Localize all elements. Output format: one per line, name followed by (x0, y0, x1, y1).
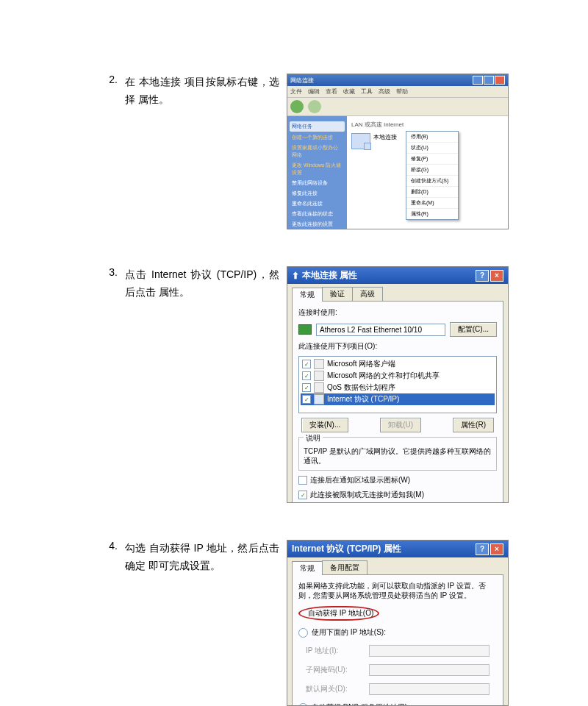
adapter-icon (298, 324, 312, 335)
description-group: 说明 TCP/IP 是默认的广域网协议。它提供跨越多种互联网络的通讯。 (298, 437, 497, 471)
adapter-row: Atheros L2 Fast Ethernet 10/10 配置(C)... (298, 322, 497, 337)
radio-checked-icon[interactable] (298, 703, 308, 707)
ctx-delete[interactable]: 删除(D) (406, 187, 458, 198)
menu-tools[interactable]: 工具 (361, 88, 373, 96)
close-button[interactable] (495, 76, 505, 85)
help-button[interactable]: ? (476, 543, 489, 555)
component-icon (314, 382, 324, 393)
ctx-bridge[interactable]: 桥接(G) (406, 165, 458, 176)
screenshot-lan-properties: ⬆ 本地连接 属性 ? × 常规 验证 高级 连接时使用: Atheros L2… (287, 266, 509, 503)
ctx-repair[interactable]: 修复(P) (406, 154, 458, 165)
sidebar-item[interactable]: 设置家庭或小型办公网络 (290, 143, 345, 160)
checkbox-unchecked-icon[interactable] (298, 476, 307, 485)
minimize-button[interactable] (473, 76, 483, 85)
step-text: 勾选 自动获得 IP 地址，然后点击 确定 即可完成设置。 (125, 540, 287, 575)
component-buttons: 安装(N)... 卸载(U) 属性(R) (298, 418, 497, 432)
configure-button[interactable]: 配置(C)... (450, 322, 497, 337)
tab-advanced[interactable]: 高级 (352, 287, 383, 301)
checkbox-label: 此连接被限制或无连接时通知我(M) (310, 490, 424, 500)
menu-view[interactable]: 查看 (326, 88, 337, 96)
tab-panel: 如果网络支持此功能，则可以获取自动指派的 IP 设置。否则，您需要从网络系统管理… (292, 574, 503, 706)
network-adapter-icon (351, 133, 370, 149)
checkbox-checked-icon[interactable]: ✓ (298, 491, 307, 499)
gateway-field (369, 683, 490, 695)
list-item-tcpip[interactable]: ✓ Internet 协议 (TCP/IP) (301, 393, 495, 405)
menu-adv[interactable]: 高级 (379, 88, 390, 96)
forward-button-icon[interactable] (308, 100, 321, 113)
sidebar-item[interactable]: 查看此连接的状态 (290, 210, 345, 218)
maximize-button[interactable] (484, 76, 494, 85)
sidebar-item[interactable]: 修复此连接 (290, 189, 345, 198)
item-label: QoS 数据包计划程序 (327, 382, 395, 393)
checkbox-checked-icon[interactable]: ✓ (302, 383, 311, 392)
menu-edit[interactable]: 编辑 (308, 88, 320, 96)
item-label: Internet 协议 (TCP/IP) (327, 394, 399, 404)
back-button-icon[interactable] (290, 100, 304, 113)
radio-label: 使用下面的 IP 地址(S): (312, 627, 386, 638)
field-label: 子网掩码(U): (306, 665, 365, 675)
tab-alt[interactable]: 备用配置 (322, 560, 368, 574)
uses-items-label: 此连接使用下列项目(O): (298, 341, 497, 352)
item-label: Microsoft 网络客户端 (327, 359, 395, 369)
highlight-circle-icon: 自动获得 IP 地址(O) (298, 606, 379, 621)
properties-button[interactable]: 属性(R) (453, 418, 494, 432)
subnet-row: 子网掩码(U): (298, 663, 497, 677)
step-number: 2. (96, 74, 125, 85)
install-button[interactable]: 安装(N)... (301, 418, 348, 432)
list-item[interactable]: ✓ Microsoft 网络的文件和打印机共享 (301, 370, 495, 382)
checkbox-label: 连接后在通知区域显示图标(W) (310, 475, 410, 485)
connect-using-label: 连接时使用: (298, 307, 497, 318)
dialog-titlebar: ⬆ 本地连接 属性 ? × (287, 267, 508, 284)
window-body: 网络任务 创建一个新的连接 设置家庭或小型办公网络 更改 Windows 防火墙… (287, 116, 508, 229)
ip-address-row: IP 地址(I): (298, 644, 497, 657)
section-label: LAN 或高速 Internet (351, 121, 503, 129)
description-text: TCP/IP 是默认的广域网协议。它提供跨越多种互联网络的通讯。 (304, 446, 492, 466)
notify-limited-checkbox[interactable]: ✓ 此连接被限制或无连接时通知我(M) (298, 490, 497, 500)
component-list[interactable]: ✓ Microsoft 网络客户端 ✓ Microsoft 网络的文件和打印机共… (298, 356, 497, 413)
menu-help[interactable]: 帮助 (396, 88, 408, 96)
arrow-up-icon: ⬆ (292, 271, 299, 281)
step-text: 点击 Internet 协议 (TCP/IP)，然后点击 属性。 (125, 266, 287, 302)
notify-icon-checkbox[interactable]: 连接后在通知区域显示图标(W) (298, 475, 497, 485)
uninstall-button: 卸载(U) (380, 418, 421, 432)
mask-field (369, 664, 490, 676)
radio-label: 自动获得 IP 地址(O) (308, 608, 373, 618)
window-buttons (473, 76, 505, 85)
help-button[interactable]: ? (476, 270, 489, 282)
sidebar-item[interactable]: 更改此连接的设置 (290, 220, 345, 229)
close-button[interactable]: × (490, 543, 503, 555)
ctx-rename[interactable]: 重命名(M) (406, 198, 458, 209)
step-text: 在 本地连接 项目按鼠标右键，选择 属性。 (125, 74, 287, 109)
menu-fav[interactable]: 收藏 (343, 88, 355, 96)
auto-ip-radio-row[interactable]: 自动获得 IP 地址(O) (298, 606, 497, 621)
screenshot-tcpip-properties: Internet 协议 (TCP/IP) 属性 ? × 常规 备用配置 如果网络… (287, 540, 509, 706)
ctx-status[interactable]: 状态(U) (406, 143, 458, 154)
menu-file[interactable]: 文件 (290, 88, 302, 96)
tab-auth[interactable]: 验证 (322, 287, 353, 301)
tab-general[interactable]: 常规 (292, 561, 323, 575)
field-label: 默认网关(D): (306, 684, 365, 694)
step-3: 3. 点击 Internet 协议 (TCP/IP)，然后点击 属性。 ⬆ 本地… (96, 266, 544, 503)
ip-field (369, 645, 490, 657)
checkbox-checked-icon[interactable]: ✓ (302, 395, 311, 404)
sidebar-item[interactable]: 重命名此连接 (290, 199, 345, 208)
sidebar-item[interactable]: 更改 Windows 防火墙设置 (290, 161, 345, 177)
checkbox-checked-icon[interactable]: ✓ (302, 371, 311, 380)
ctx-shortcut[interactable]: 创建快捷方式(S) (406, 176, 458, 187)
tab-general[interactable]: 常规 (292, 288, 323, 302)
radio-label: 自动获得 DNS 服务器地址(B) (312, 702, 407, 706)
sidebar-item[interactable]: 创建一个新的连接 (290, 133, 345, 142)
list-item[interactable]: ✓ Microsoft 网络客户端 (301, 358, 495, 370)
ctx-disable[interactable]: 停用(B) (406, 132, 458, 143)
blurb-text: 如果网络支持此功能，则可以获取自动指派的 IP 设置。否则，您需要从网络系统管理… (298, 581, 497, 600)
sidebar-heading: 网络任务 (290, 121, 345, 132)
list-item[interactable]: ✓ QoS 数据包计划程序 (301, 382, 495, 393)
component-icon (314, 394, 324, 404)
sidebar-item[interactable]: 禁用此网络设备 (290, 179, 345, 188)
radio-unchecked-icon[interactable] (298, 628, 308, 638)
checkbox-checked-icon[interactable]: ✓ (302, 360, 311, 368)
close-button[interactable]: × (490, 270, 503, 282)
manual-ip-radio-row[interactable]: 使用下面的 IP 地址(S): (298, 627, 497, 638)
ctx-properties[interactable]: 属性(R) (406, 209, 458, 219)
auto-dns-radio-row[interactable]: 自动获得 DNS 服务器地址(B) (298, 702, 497, 706)
